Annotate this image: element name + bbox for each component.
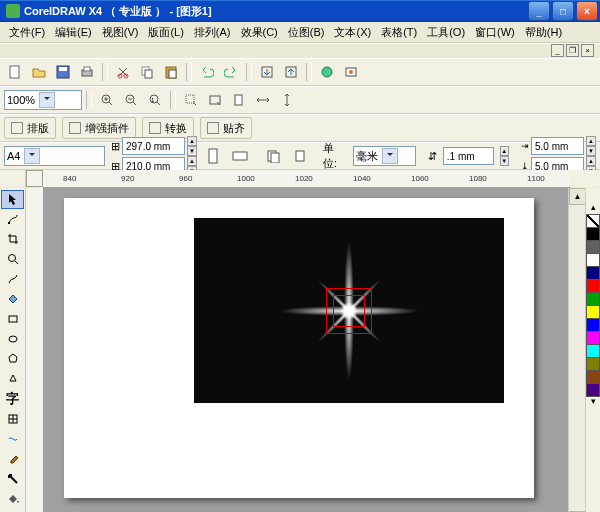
star-flare-object[interactable] xyxy=(279,241,419,381)
zoom-out-button[interactable] xyxy=(120,89,142,111)
menu-c[interactable]: 效果(C) xyxy=(236,23,283,42)
swatch[interactable] xyxy=(586,370,600,384)
nudge-spinner[interactable]: ▲▼ xyxy=(500,146,510,166)
vertical-scrollbar[interactable]: ▲ ▼ xyxy=(568,188,585,512)
save-button[interactable] xyxy=(52,61,74,83)
standard-toolbar xyxy=(0,58,600,86)
ruler-horizontal[interactable]: 840920960100010201040106010801100毫米 xyxy=(43,170,570,188)
swatch[interactable] xyxy=(586,227,600,241)
swatch[interactable] xyxy=(586,331,600,345)
menu-h[interactable]: 帮助(H) xyxy=(520,23,567,42)
units-combo[interactable]: 毫米 xyxy=(353,146,416,166)
svg-point-29 xyxy=(8,255,15,262)
undo-button[interactable] xyxy=(196,61,218,83)
app-launcher-button[interactable] xyxy=(316,61,338,83)
mdi-restore-button[interactable]: ❐ xyxy=(566,44,579,57)
dupx-spinner[interactable]: ▲▼ xyxy=(586,136,596,156)
swatch[interactable] xyxy=(586,344,600,358)
minimize-button[interactable]: _ xyxy=(528,1,550,21)
swatch[interactable] xyxy=(586,383,600,397)
menu-x[interactable]: 文本(X) xyxy=(329,23,376,42)
width-spinner[interactable]: ▲▼ xyxy=(187,136,197,156)
polygon-tool[interactable] xyxy=(1,349,24,368)
menu-a[interactable]: 排列(A) xyxy=(189,23,236,42)
zoom-actual-button[interactable]: 1 xyxy=(144,89,166,111)
text-tool[interactable]: 字 xyxy=(1,389,24,409)
zoom-width-button[interactable] xyxy=(252,89,274,111)
swatch[interactable] xyxy=(586,292,600,306)
crop-tool[interactable] xyxy=(1,230,24,249)
menu-t[interactable]: 表格(T) xyxy=(376,23,422,42)
ellipse-tool[interactable] xyxy=(1,329,24,348)
welcome-button[interactable] xyxy=(340,61,362,83)
rectangle-tool[interactable] xyxy=(1,309,24,328)
ruler-vertical[interactable] xyxy=(26,188,44,512)
landscape-button[interactable] xyxy=(230,145,251,167)
canvas[interactable] xyxy=(44,188,568,512)
menu-w[interactable]: 窗口(W) xyxy=(470,23,520,42)
swatch[interactable] xyxy=(586,253,600,267)
basic-shapes-tool[interactable] xyxy=(1,369,24,388)
apply-all-pages-icon[interactable] xyxy=(263,145,284,167)
palette-down-button[interactable]: ▾ xyxy=(591,396,596,406)
table-tool[interactable] xyxy=(1,410,24,429)
portrait-button[interactable] xyxy=(203,145,224,167)
black-rectangle[interactable] xyxy=(194,218,504,403)
close-button[interactable]: × xyxy=(576,1,598,21)
smart-fill-tool[interactable] xyxy=(1,289,24,308)
menu-v[interactable]: 视图(V) xyxy=(97,23,144,42)
freehand-tool[interactable] xyxy=(1,270,24,289)
svg-rect-8 xyxy=(145,70,152,78)
menu-l[interactable]: 版面(L) xyxy=(143,23,188,42)
export-button[interactable] xyxy=(280,61,302,83)
fill-tool[interactable] xyxy=(1,489,24,508)
zoom-all-button[interactable] xyxy=(204,89,226,111)
paste-button[interactable] xyxy=(160,61,182,83)
menu-o[interactable]: 工具(O) xyxy=(422,23,470,42)
apply-current-page-icon[interactable] xyxy=(290,145,311,167)
outline-tool[interactable] xyxy=(1,469,24,488)
maximize-button[interactable]: □ xyxy=(552,1,574,21)
open-button[interactable] xyxy=(28,61,50,83)
swatch[interactable] xyxy=(586,279,600,293)
zoom-height-button[interactable] xyxy=(276,89,298,111)
menu-bar: 文件(F)编辑(E)视图(V)版面(L)排列(A)效果(C)位图(B)文本(X)… xyxy=(0,22,600,43)
swatch[interactable] xyxy=(586,318,600,332)
page-width-field[interactable]: 297.0 mm xyxy=(122,137,185,155)
mdi-minimize-button[interactable]: _ xyxy=(551,44,564,57)
zoom-selection-button[interactable] xyxy=(180,89,202,111)
zoom-page-button[interactable] xyxy=(228,89,250,111)
paper-size-combo[interactable]: A4 xyxy=(4,146,105,166)
docker-tab[interactable]: 排版 xyxy=(4,117,56,139)
docker-tab[interactable]: 贴齐 xyxy=(200,117,252,139)
zoom-toolbar: 100% 1 xyxy=(0,86,600,114)
mdi-close-button[interactable]: × xyxy=(581,44,594,57)
menu-b[interactable]: 位图(B) xyxy=(283,23,330,42)
zoom-combo[interactable]: 100% xyxy=(4,90,82,110)
copy-button[interactable] xyxy=(136,61,158,83)
swatch[interactable] xyxy=(586,240,600,254)
new-button[interactable] xyxy=(4,61,26,83)
dup-x-field[interactable]: 5.0 mm xyxy=(531,137,584,155)
swatch[interactable] xyxy=(586,266,600,280)
interactive-tool[interactable] xyxy=(1,430,24,449)
menu-f[interactable]: 文件(F) xyxy=(4,23,50,42)
pick-tool[interactable] xyxy=(1,190,24,209)
eyedropper-tool[interactable] xyxy=(1,450,24,469)
zoom-tool[interactable] xyxy=(1,250,24,269)
import-button[interactable] xyxy=(256,61,278,83)
swatch-none[interactable] xyxy=(586,214,600,228)
svg-rect-24 xyxy=(233,152,247,160)
swatch[interactable] xyxy=(586,305,600,319)
units-label: 单位: xyxy=(323,141,347,171)
palette-up-button[interactable]: ▴ xyxy=(591,202,596,214)
scroll-up-button[interactable]: ▲ xyxy=(569,188,586,205)
zoom-in-button[interactable] xyxy=(96,89,118,111)
shape-tool[interactable] xyxy=(1,210,24,229)
swatch[interactable] xyxy=(586,357,600,371)
nudge-field[interactable]: .1 mm xyxy=(443,147,494,165)
redo-button[interactable] xyxy=(220,61,242,83)
print-button[interactable] xyxy=(76,61,98,83)
menu-e[interactable]: 编辑(E) xyxy=(50,23,97,42)
cut-button[interactable] xyxy=(112,61,134,83)
